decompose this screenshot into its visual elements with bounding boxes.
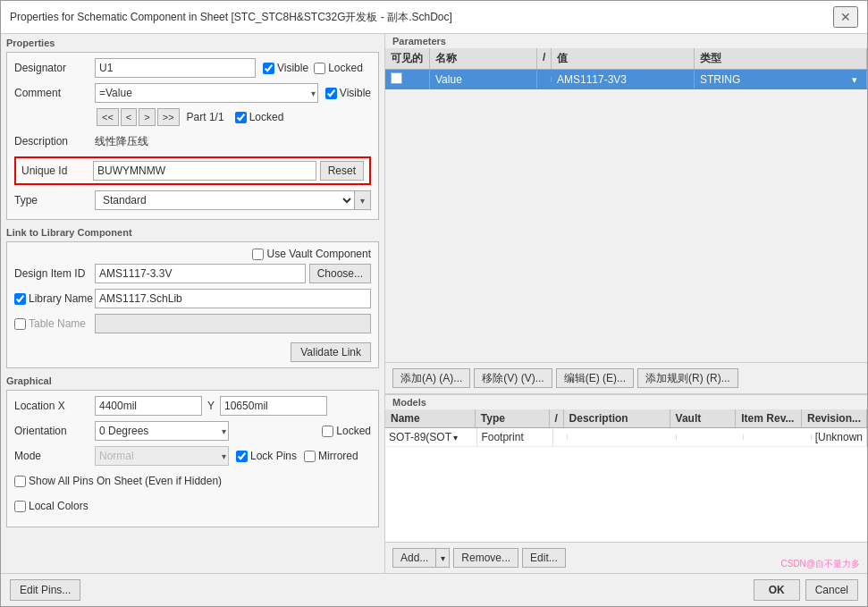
location-x-input[interactable]	[95, 396, 202, 416]
lock-pins-checkbox[interactable]	[236, 451, 248, 462]
reset-button[interactable]: Reset	[320, 161, 364, 181]
mode-row: Mode Normal ▾ Lock Pins Mirrored	[14, 446, 371, 466]
add-rule-button[interactable]: 添加规则(R) (R)...	[637, 368, 738, 388]
params-section: Parameters 可见的 名称 / 值 类型	[385, 34, 867, 394]
remove-model-button[interactable]: Remove...	[453, 548, 518, 568]
models-label: Models	[385, 395, 867, 409]
design-item-row: Design Item ID Choose...	[14, 264, 371, 283]
properties-section-label: Properties	[6, 38, 379, 48]
type-label: Type	[14, 194, 95, 207]
table-name-checkbox[interactable]	[14, 318, 26, 330]
location-y-input[interactable]	[220, 396, 327, 416]
model-name-text: SOT-89(SOT	[389, 431, 451, 443]
locked2-checkbox-label[interactable]: Locked	[235, 111, 284, 123]
dialog-body: Properties Designator Visible Locked	[1, 34, 867, 573]
orientation-row: Orientation 0 Degrees 90 Degrees 180 Deg…	[14, 421, 371, 441]
add-param-button[interactable]: 添加(A) (A)...	[392, 368, 470, 388]
visible-checkbox-label[interactable]: Visible	[263, 62, 308, 74]
show-all-pins-label[interactable]: Show All Pins On Sheet (Even if Hidden)	[14, 475, 222, 487]
lock-pins-label[interactable]: Lock Pins	[236, 450, 297, 462]
local-colors-label[interactable]: Local Colors	[14, 500, 88, 512]
library-name-input[interactable]	[95, 289, 371, 308]
comment-label: Comment	[14, 87, 95, 99]
visible-checkbox[interactable]	[263, 63, 274, 74]
vault-checkbox-label[interactable]: Use Vault Component	[252, 248, 371, 260]
link-section-label: Link to Library Component	[6, 227, 379, 238]
main-dialog: Properties for Schematic Component in Sh…	[0, 0, 868, 607]
nav-first-btn[interactable]: <<	[97, 108, 119, 126]
show-all-pins-checkbox[interactable]	[14, 476, 26, 487]
description-label: Description	[14, 135, 95, 148]
edit-model-button[interactable]: Edit...	[522, 548, 566, 568]
locked-checkbox[interactable]	[314, 63, 325, 74]
models-table-header: Name Type / Description Vault Item Rev..…	[385, 409, 867, 428]
ok-button[interactable]: OK	[754, 579, 800, 601]
model-desc-col	[568, 434, 677, 440]
mcol-header-name: Name	[385, 409, 476, 427]
model-slash-col	[553, 434, 568, 440]
choose-button[interactable]: Choose...	[309, 264, 371, 283]
vault-checkbox[interactable]	[252, 249, 264, 260]
local-colors-text: Local Colors	[29, 500, 88, 512]
edit-param-button[interactable]: 编辑(E) (E)...	[556, 368, 634, 388]
validate-button[interactable]: Validate Link	[291, 342, 371, 362]
locked3-checkbox-label[interactable]: Locked	[322, 425, 371, 437]
nav-prev-btn[interactable]: <	[121, 108, 137, 126]
locked3-checkbox[interactable]	[322, 426, 333, 437]
orientation-select[interactable]: 0 Degrees 90 Degrees 180 Degrees 270 Deg…	[95, 421, 229, 441]
type-row: Type Standard Net Tie Standard (No BOM) …	[14, 190, 371, 210]
library-name-checkbox-label[interactable]: Library Name	[14, 292, 95, 305]
mcol-header-itemrev: Item Rev...	[736, 409, 802, 427]
edit-pins-button[interactable]: Edit Pins...	[10, 579, 80, 601]
model-name-dropdown[interactable]: ▾	[453, 433, 458, 443]
add-model-dropdown-btn[interactable]: ▾	[435, 548, 450, 568]
mirrored-checkbox[interactable]	[304, 451, 316, 462]
description-value: 线性降压线	[95, 134, 148, 149]
params-visible-col	[385, 70, 430, 89]
model-vault-col	[677, 434, 744, 440]
unique-id-input[interactable]	[93, 161, 316, 181]
params-slash-col	[537, 77, 552, 82]
comment-visible-checkbox[interactable]	[325, 88, 337, 99]
lock-pins-text: Lock Pins	[250, 450, 297, 462]
watermark: CSDN@自不量力多	[781, 558, 861, 570]
cancel-button[interactable]: Cancel	[805, 579, 858, 601]
table-name-checkbox-label[interactable]: Table Name	[14, 317, 95, 330]
params-data-row[interactable]: Value AMS1117-3V3 STRING ▾	[385, 70, 867, 89]
unique-id-label: Unique Id	[21, 164, 89, 177]
mode-select[interactable]: Normal	[95, 446, 229, 466]
nav-next-btn[interactable]: >	[139, 108, 155, 126]
locked-checkbox-label[interactable]: Locked	[314, 62, 363, 74]
comment-select[interactable]: =Value	[95, 83, 318, 103]
table-name-label: Table Name	[29, 317, 86, 330]
remove-param-button[interactable]: 移除(V) (V)...	[474, 368, 552, 388]
mcol-header-revision: Revision...	[802, 409, 867, 427]
add-model-button[interactable]: Add...	[392, 548, 435, 568]
unique-id-box: Unique Id Reset	[14, 156, 371, 185]
nav-row: << < > >> Part 1/1 Locked	[14, 108, 371, 126]
model-name-col: SOT-89(SOT ▾	[385, 428, 477, 446]
vault-label: Use Vault Component	[266, 248, 371, 260]
local-colors-checkbox[interactable]	[14, 501, 26, 512]
type-select-arrow-btn[interactable]: ▾	[355, 190, 371, 210]
bottom-bar: Edit Pins... OK Cancel	[1, 573, 867, 606]
nav-last-btn[interactable]: >>	[157, 108, 180, 126]
comment-row: Comment =Value ▾ Visible	[14, 83, 371, 103]
params-name-col: Value	[430, 71, 537, 89]
params-type-dropdown-arrow[interactable]: ▾	[852, 74, 861, 86]
comment-visible-label[interactable]: Visible	[325, 87, 371, 99]
models-table-body: SOT-89(SOT ▾ Footprint [Unknown	[385, 428, 867, 542]
col-header-slash: /	[537, 48, 552, 69]
mirrored-label[interactable]: Mirrored	[304, 450, 358, 462]
type-select[interactable]: Standard Net Tie Standard (No BOM) Mecha…	[95, 190, 355, 210]
table-name-input[interactable]	[95, 314, 371, 333]
params-table-header: 可见的 名称 / 值 类型	[385, 48, 867, 70]
mcol-header-type: Type	[476, 409, 550, 427]
design-item-input[interactable]	[95, 264, 306, 283]
designator-input[interactable]	[95, 58, 256, 78]
models-data-row[interactable]: SOT-89(SOT ▾ Footprint [Unknown	[385, 428, 867, 447]
library-name-checkbox[interactable]	[14, 293, 26, 305]
show-all-pins-row: Show All Pins On Sheet (Even if Hidden)	[14, 471, 371, 491]
close-button[interactable]: ✕	[833, 6, 858, 28]
locked2-checkbox[interactable]	[235, 112, 247, 123]
